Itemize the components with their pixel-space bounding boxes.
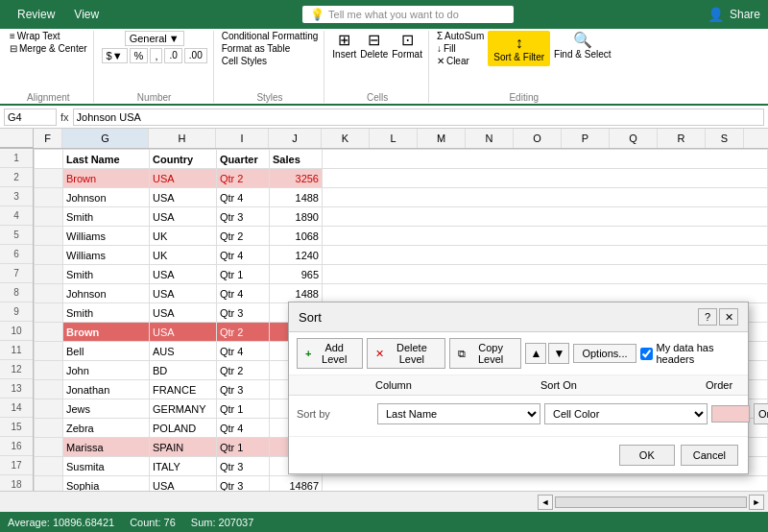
color-swatch — [711, 405, 750, 423]
status-count: Count: 76 — [130, 517, 176, 528]
col-header-f: F — [34, 129, 62, 148]
format-btn[interactable]: ⊡Format — [392, 31, 422, 60]
cell-reference-box[interactable] — [4, 109, 57, 126]
my-data-headers-label: My data has headers — [657, 342, 741, 365]
sort-on-select[interactable]: Cell Color — [544, 403, 708, 424]
conditional-formatting-btn[interactable]: Conditional Formatting — [222, 31, 319, 41]
move-down-btn[interactable]: ▼ — [548, 343, 569, 364]
table-row: Johnson USA Qtr 4 1488 — [35, 284, 768, 303]
decimal-less-btn[interactable]: .00 — [184, 48, 207, 63]
insert-btn[interactable]: ⊞Insert — [332, 31, 356, 60]
decimal-more-btn[interactable]: .0 — [164, 48, 181, 63]
order-select[interactable]: On Top — [754, 403, 768, 424]
merge-center-btn[interactable]: ⊟Merge & Center — [10, 43, 87, 54]
my-data-headers-checkbox[interactable] — [640, 348, 653, 360]
format-as-table-btn[interactable]: Format as Table — [222, 43, 319, 54]
copy-icon: ⧉ — [458, 348, 466, 360]
order-col-header: Order — [706, 379, 768, 391]
horizontal-scrollbar[interactable] — [555, 496, 747, 508]
column-col-header: Column — [375, 379, 539, 391]
tell-me-input[interactable]: Tell me what you want to do — [328, 9, 459, 20]
share-icon: 👤 — [708, 7, 724, 22]
dialog-question-btn[interactable]: ? — [698, 308, 717, 326]
table-row: Smith USA Qtr 3 1890 — [35, 207, 768, 227]
dialog-title: Sort — [299, 310, 322, 325]
table-row: Williams UK Qtr 4 1240 — [35, 246, 768, 265]
lightbulb-icon: 💡 — [310, 8, 324, 21]
col-header-h: H — [149, 129, 216, 148]
wrap-text-btn[interactable]: ≡Wrap Text — [10, 31, 87, 41]
formula-bar: fx — [0, 106, 768, 129]
delete-btn[interactable]: ⊟Delete — [360, 31, 388, 60]
col-header-n: N — [466, 129, 514, 148]
col-header-l: L — [370, 129, 418, 148]
dialog-close-btn[interactable]: ✕ — [719, 308, 738, 326]
sort-by-label: Sort by — [297, 408, 373, 420]
autosum-btn[interactable]: ΣAutoSum — [437, 31, 484, 41]
fill-btn[interactable]: ↓Fill — [437, 43, 484, 54]
scroll-left-btn[interactable]: ◄ — [538, 495, 553, 510]
number-format-dropdown[interactable]: General▼ — [125, 31, 184, 46]
header-row: Last Name Country Quarter Sales — [35, 150, 768, 169]
ribbon-tab-review[interactable]: Review — [8, 2, 64, 27]
find-select-btn[interactable]: 🔍Find & Select — [554, 31, 611, 60]
scroll-right-btn[interactable]: ► — [749, 495, 764, 510]
options-btn[interactable]: Options... — [573, 344, 636, 363]
sort-dialog: Sort ? ✕ + Add Level ✕ Delete Level ⧉ Co… — [288, 302, 749, 474]
clear-btn[interactable]: ✕Clear — [437, 56, 484, 66]
col-header-g: G — [62, 129, 149, 148]
status-sum: Sum: 207037 — [191, 517, 253, 528]
table-row: Smith USA Qtr 1 965 — [35, 265, 768, 284]
alignment-label: Alignment — [27, 92, 69, 103]
col-header-last-name: Last Name — [63, 150, 150, 169]
copy-level-btn[interactable]: ⧉ Copy Level — [449, 338, 522, 369]
editing-label: Editing — [509, 92, 539, 103]
formula-input[interactable] — [73, 109, 764, 126]
col-header-k: K — [322, 129, 370, 148]
status-average: Average: 10896.68421 — [8, 517, 114, 528]
currency-btn[interactable]: $▼ — [102, 48, 128, 63]
column-header — [297, 379, 373, 391]
table-row: Johnson USA Qtr 4 1488 — [35, 188, 768, 207]
percent-btn[interactable]: % — [130, 48, 149, 63]
ribbon-tab-view[interactable]: View — [64, 2, 108, 27]
sort-by-column-select[interactable]: Last Name — [377, 403, 540, 424]
col-header-sales: Sales — [270, 150, 323, 169]
status-bar: Average: 10896.68421 Count: 76 Sum: 2070… — [0, 512, 768, 532]
cell-styles-btn[interactable]: Cell Styles — [222, 56, 319, 66]
sort-filter-btn[interactable]: ↕Sort & Filter — [488, 31, 550, 66]
col-header-quarter: Quarter — [217, 150, 270, 169]
col-header-p: P — [562, 129, 610, 148]
styles-label: Styles — [256, 92, 282, 103]
table-row: Brown USA Qtr 2 3256 — [35, 169, 768, 188]
col-header-country: Country — [150, 150, 217, 169]
number-label: Number — [137, 92, 172, 103]
comma-btn[interactable]: , — [150, 48, 162, 63]
formula-icon: fx — [60, 111, 69, 123]
col-header-s: S — [706, 129, 744, 148]
col-header-r: R — [658, 129, 706, 148]
cells-label: Cells — [367, 92, 388, 103]
col-header-i: I — [216, 129, 269, 148]
ribbon: Review View 💡 Tell me what you want to d… — [0, 0, 768, 106]
col-header-o: O — [514, 129, 562, 148]
add-level-btn[interactable]: + Add Level — [297, 338, 363, 369]
move-up-btn[interactable]: ▲ — [525, 343, 546, 364]
add-icon: + — [305, 348, 311, 359]
share-label[interactable]: Share — [730, 8, 760, 21]
col-header-j: J — [269, 129, 322, 148]
col-header-q: Q — [610, 129, 658, 148]
col-header-m: M — [418, 129, 466, 148]
ok-button[interactable]: OK — [619, 445, 675, 466]
table-row: Williams UK Qtr 2 1068 — [35, 227, 768, 246]
cancel-button[interactable]: Cancel — [681, 445, 738, 466]
sort-on-col-header: Sort On — [540, 379, 704, 391]
delete-level-btn[interactable]: ✕ Delete Level — [367, 338, 445, 369]
table-row: Sophia USA Qtr 3 14867 — [35, 476, 768, 492]
delete-icon: ✕ — [375, 348, 384, 360]
